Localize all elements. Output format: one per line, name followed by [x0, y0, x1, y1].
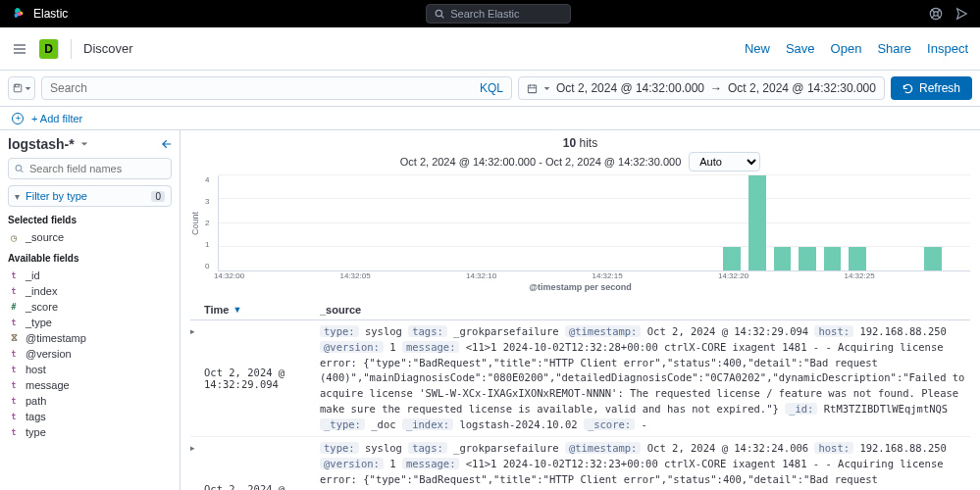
open-button[interactable]: Open — [831, 41, 862, 56]
expand-row-icon[interactable]: ▸ — [190, 441, 204, 490]
bar[interactable] — [870, 175, 896, 270]
field-name: _id — [26, 270, 40, 281]
field-name: _index — [26, 285, 57, 297]
bar[interactable] — [494, 175, 520, 270]
bar[interactable] — [745, 175, 770, 270]
field-item[interactable]: ◷_source — [8, 229, 172, 245]
chevron-down-icon — [80, 140, 88, 148]
doc-table-header: Time ▼ _source — [190, 300, 970, 320]
field-type-icon: t — [8, 285, 20, 297]
doc-source: type: syslog tags: _grokparsefailure @ti… — [320, 441, 970, 490]
field-item[interactable]: t_index — [8, 283, 172, 299]
field-name: type — [26, 426, 46, 438]
bar[interactable] — [444, 175, 470, 270]
filter-icon: ▾ — [15, 191, 20, 202]
refresh-label: Refresh — [919, 81, 960, 95]
field-item[interactable]: t_type — [8, 315, 172, 330]
main-area: logstash-* ▾ Filter by type 0 Selected f… — [0, 130, 980, 490]
saved-queries-button[interactable] — [8, 76, 35, 100]
search-icon — [15, 164, 24, 173]
bar[interactable] — [419, 175, 444, 270]
collapse-sidebar-icon[interactable] — [160, 138, 172, 150]
filter-by-type-button[interactable]: ▾ Filter by type 0 — [8, 185, 172, 207]
table-row: ▸Oct 2, 2024 @ 14:32:29.094type: syslog … — [190, 320, 970, 437]
expand-row-icon[interactable]: ▸ — [190, 324, 204, 432]
bar[interactable] — [294, 175, 320, 270]
field-item[interactable]: t@version — [8, 346, 172, 362]
field-item[interactable]: ttype — [8, 424, 172, 440]
newsfeed-icon[interactable] — [954, 7, 968, 21]
bar[interactable] — [670, 175, 696, 270]
field-name: message — [26, 379, 70, 391]
global-search[interactable]: Search Elastic — [426, 4, 571, 24]
bar[interactable] — [695, 175, 720, 270]
help-icon[interactable] — [929, 7, 943, 21]
bar[interactable] — [594, 175, 620, 270]
y-axis-label: Count — [190, 175, 200, 271]
source-column-header[interactable]: _source — [320, 304, 970, 316]
field-type-icon: t — [8, 411, 20, 422]
field-name: @version — [26, 348, 72, 360]
field-item[interactable]: thost — [8, 362, 172, 377]
interval-select[interactable]: Auto — [689, 152, 760, 172]
refresh-button[interactable]: Refresh — [891, 76, 972, 100]
bar[interactable] — [219, 175, 244, 270]
bar[interactable] — [519, 175, 544, 270]
doc-time: Oct 2, 2024 @ 14:32:29.094 — [204, 324, 320, 432]
nav-menu-icon[interactable] — [12, 41, 27, 57]
bar[interactable] — [920, 175, 946, 270]
field-item[interactable]: ⧖@timestamp — [8, 330, 172, 346]
bar[interactable] — [394, 175, 420, 270]
brand-name: Elastic — [33, 7, 68, 21]
bar[interactable] — [569, 175, 594, 270]
time-range-label: Oct 2, 2024 @ 14:32:00.000 - Oct 2, 2024… — [400, 156, 682, 168]
language-switcher[interactable]: KQL — [480, 81, 503, 95]
bar[interactable] — [544, 175, 570, 270]
bar[interactable] — [945, 175, 970, 270]
bar[interactable] — [845, 175, 870, 270]
field-search-input[interactable] — [29, 163, 165, 174]
bar[interactable] — [469, 175, 494, 270]
bar[interactable] — [820, 175, 846, 270]
hits-count: 10 — [563, 136, 576, 150]
field-name: @timestamp — [26, 332, 86, 344]
date-picker[interactable]: Oct 2, 2024 @ 14:32:00.000 → Oct 2, 2024… — [518, 76, 885, 100]
bar[interactable] — [720, 175, 746, 270]
new-button[interactable]: New — [745, 41, 770, 56]
inspect-button[interactable]: Inspect — [927, 41, 968, 56]
bar[interactable] — [269, 175, 294, 270]
bar[interactable] — [319, 175, 344, 270]
save-button[interactable]: Save — [786, 41, 815, 56]
bar[interactable] — [645, 175, 670, 270]
field-type-icon: t — [8, 348, 20, 360]
space-avatar[interactable]: D — [39, 39, 59, 59]
field-item[interactable]: ttags — [8, 409, 172, 424]
field-item[interactable]: t_id — [8, 268, 172, 283]
field-item[interactable]: tpath — [8, 393, 172, 409]
bar[interactable] — [369, 175, 394, 270]
bar[interactable] — [895, 175, 920, 270]
search-icon — [435, 9, 444, 19]
filter-bar: ＋ + Add filter — [0, 107, 980, 130]
share-button[interactable]: Share — [877, 41, 911, 56]
bar[interactable] — [344, 175, 370, 270]
doc-source: type: syslog tags: _grokparsefailure @ti… — [320, 324, 970, 432]
bar[interactable] — [244, 175, 270, 270]
time-column-header[interactable]: Time ▼ — [204, 304, 320, 316]
chevron-down-icon — [543, 85, 550, 92]
field-item[interactable]: #_score — [8, 299, 172, 315]
query-input-wrap: KQL — [41, 76, 512, 100]
hits-label: hits — [576, 136, 597, 150]
bar[interactable] — [795, 175, 820, 270]
field-type-icon: t — [8, 395, 20, 407]
svg-point-6 — [16, 166, 22, 172]
field-item[interactable]: tmessage — [8, 377, 172, 393]
filter-options-icon[interactable]: ＋ — [12, 113, 24, 124]
field-name: _score — [26, 301, 58, 313]
results-panel: 10 hits Oct 2, 2024 @ 14:32:00.000 - Oct… — [181, 130, 980, 490]
index-pattern-selector[interactable]: logstash-* — [8, 136, 88, 152]
bar[interactable] — [620, 175, 645, 270]
query-input[interactable] — [50, 81, 480, 95]
bar[interactable] — [770, 175, 796, 270]
add-filter-button[interactable]: + Add filter — [31, 113, 82, 124]
